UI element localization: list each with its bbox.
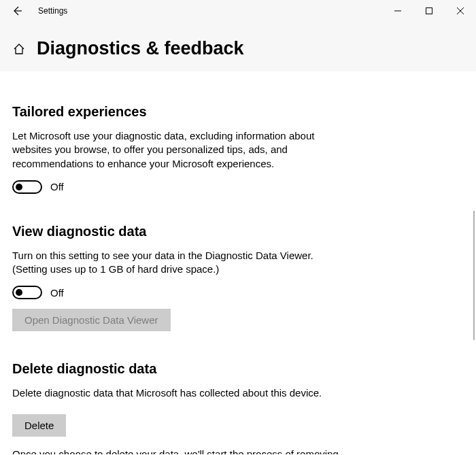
home-icon (13, 43, 25, 55)
maximize-icon (426, 7, 432, 14)
tailored-toggle[interactable] (12, 180, 42, 194)
page-title: Diagnostics & feedback (37, 38, 244, 59)
tailored-description: Let Microsoft use your diagnostic data, … (12, 129, 339, 171)
delete-diag-description: Delete diagnostic data that Microsoft ha… (12, 386, 339, 400)
toggle-knob-icon (16, 289, 22, 296)
open-data-viewer-button[interactable]: Open Diagnostic Data Viewer (12, 309, 171, 331)
delete-diag-after-text: Once you choose to delete your data, we'… (12, 448, 464, 455)
section-view-diagnostic: View diagnostic data Turn on this settin… (12, 224, 464, 332)
view-diag-description: Turn on this setting to see your data in… (12, 249, 339, 277)
minimize-icon (394, 7, 401, 14)
close-icon (457, 7, 464, 14)
view-diag-toggle-label: Off (50, 287, 64, 299)
close-button[interactable] (445, 0, 476, 22)
view-diag-heading: View diagnostic data (12, 224, 464, 239)
section-delete-diagnostic: Delete diagnostic data Delete diagnostic… (12, 361, 464, 454)
back-arrow-icon (12, 5, 22, 16)
back-button[interactable] (11, 5, 23, 17)
svg-rect-1 (426, 8, 432, 14)
titlebar: Settings (0, 0, 476, 22)
tailored-toggle-row: Off (12, 180, 464, 194)
tailored-toggle-label: Off (50, 181, 64, 192)
view-diag-toggle-row: Off (12, 286, 464, 299)
window-controls (382, 0, 476, 22)
content-area: Tailored experiences Let Microsoft use y… (0, 71, 476, 454)
section-tailored-experiences: Tailored experiences Let Microsoft use y… (12, 104, 464, 194)
titlebar-left: Settings (0, 5, 67, 17)
delete-diag-heading: Delete diagnostic data (12, 361, 464, 377)
maximize-button[interactable] (413, 0, 445, 22)
page-header: Diagnostics & feedback (0, 22, 476, 71)
home-button[interactable] (12, 42, 26, 56)
delete-button[interactable]: Delete (12, 414, 66, 437)
view-diag-toggle[interactable] (12, 286, 42, 299)
scrollbar[interactable] (473, 211, 475, 340)
toggle-knob-icon (16, 184, 22, 190)
tailored-heading: Tailored experiences (12, 104, 464, 120)
app-title: Settings (38, 6, 67, 16)
minimize-button[interactable] (382, 0, 413, 22)
